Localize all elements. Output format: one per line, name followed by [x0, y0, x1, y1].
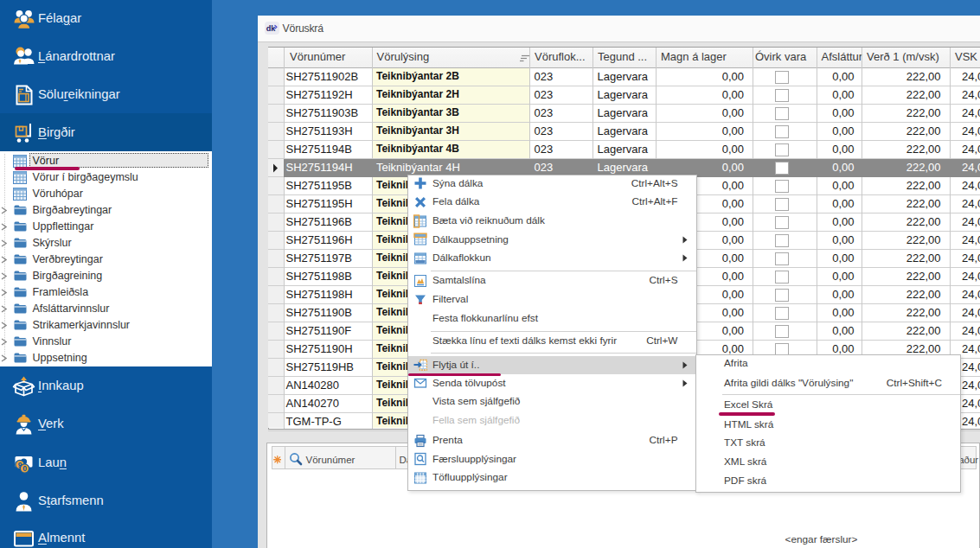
- svg-text:0: 0: [22, 464, 27, 473]
